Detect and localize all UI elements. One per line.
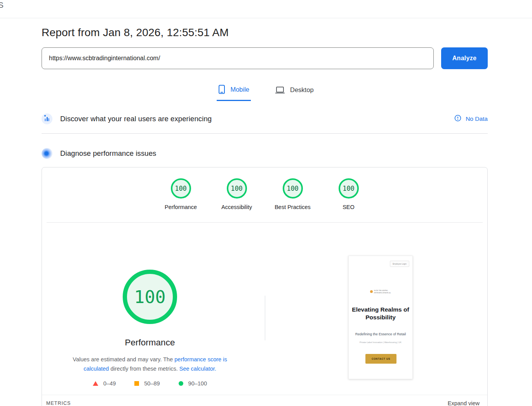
section-divider [42, 133, 488, 134]
field-data-section-header: Discover what your real users are experi… [42, 110, 488, 128]
card-divider [47, 222, 483, 223]
legend-square-icon [134, 381, 139, 386]
lab-data-title: Diagnose performance issues [60, 149, 156, 158]
legend-average-range: 50–89 [144, 380, 160, 387]
preview-login-button: Employee Login [390, 261, 409, 267]
tab-mobile[interactable]: Mobile [217, 80, 251, 101]
field-data-title: Discover what your real users are experi… [60, 115, 212, 123]
page-title: Report from Jan 8, 2026, 12:55:51 AM [42, 26, 229, 39]
disclaimer-text: Values are estimated and may vary. The [73, 356, 174, 362]
no-data-label: No Data [466, 115, 488, 122]
gauge-accessibility[interactable]: 100 Accessibility [209, 178, 265, 210]
appbar-logo-fragment: S [0, 0, 3, 10]
legend-pass: 90–100 [179, 380, 207, 387]
gauge-best-practices[interactable]: 100 Best Practices [265, 178, 321, 210]
desktop-laptop-icon [275, 86, 285, 94]
legend-triangle-icon [93, 381, 98, 386]
legend-pass-range: 90–100 [188, 380, 207, 387]
score-disclaimer: Values are estimated and may vary. The p… [66, 355, 233, 373]
performance-main-label: Performance [92, 338, 208, 348]
performance-score: 100 [171, 178, 191, 199]
tab-mobile-label: Mobile [230, 86, 249, 93]
best-practices-label: Best Practices [275, 204, 311, 210]
disclaimer-text: directly from these metrics. [109, 366, 179, 372]
preview-subheading: Redefining the Essence of Retail [352, 332, 409, 336]
legend-fail: 0–49 [93, 380, 116, 387]
seo-label: SEO [342, 204, 355, 210]
no-data-status[interactable]: No Data [454, 115, 488, 123]
accessibility-score: 100 [227, 178, 247, 199]
performance-main-gauge: 100 [123, 270, 177, 324]
expand-view-button[interactable]: Expand view [448, 400, 480, 406]
metrics-section-label: METRICS [46, 401, 71, 406]
lighthouse-beacon-icon [42, 148, 52, 159]
legend-circle-icon [179, 381, 183, 386]
url-input[interactable] [42, 47, 434, 69]
real-users-icon [42, 113, 52, 124]
analyze-button[interactable]: Analyze [441, 47, 488, 69]
site-screenshot-preview[interactable]: Employee Login SCB TRADING INTERNATIONAL… [348, 256, 413, 379]
tab-desktop-label: Desktop [290, 86, 314, 94]
legend-average: 50–89 [134, 380, 160, 387]
preview-contact-button: CONTACT US [365, 354, 396, 364]
appbar-divider [0, 18, 532, 18]
site-logo-line2: INTERNATIONAL [374, 292, 391, 294]
score-legend: 0–49 50–89 90–100 [66, 380, 233, 387]
site-logo-icon [370, 290, 373, 293]
preview-site-logo: SCB TRADING INTERNATIONAL [349, 289, 412, 294]
metrics-divider [42, 395, 487, 395]
report-card: 100 Performance 100 Accessibility 100 Be… [42, 167, 488, 406]
info-icon [454, 115, 461, 123]
best-practices-score: 100 [283, 178, 303, 199]
preview-tagline: Private Label Innovation | Warehousing |… [352, 341, 409, 343]
vertical-divider [265, 296, 265, 340]
legend-fail-range: 0–49 [103, 380, 116, 387]
see-calculator-link[interactable]: See calculator. [179, 366, 216, 372]
mobile-phone-icon [218, 85, 225, 94]
seo-score: 100 [339, 178, 359, 199]
preview-heading: Elevating Realms of Possibility [352, 306, 409, 321]
performance-label: Performance [165, 204, 197, 210]
accessibility-label: Accessibility [221, 204, 252, 210]
tab-desktop[interactable]: Desktop [273, 80, 315, 101]
gauge-performance[interactable]: 100 Performance [153, 178, 209, 210]
gauge-seo[interactable]: 100 SEO [321, 178, 377, 210]
device-tabs: Mobile Desktop [0, 80, 532, 101]
lab-data-section-header: Diagnose performance issues [42, 144, 488, 163]
category-gauges: 100 Performance 100 Accessibility 100 Be… [42, 178, 487, 210]
